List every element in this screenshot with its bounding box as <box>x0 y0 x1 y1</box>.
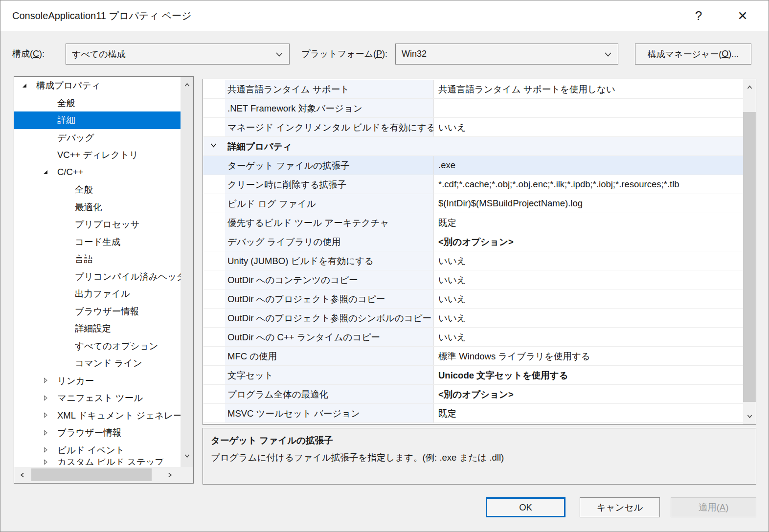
tree-item[interactable]: 詳細 <box>14 111 181 129</box>
tree-item[interactable]: 出力ファイル <box>14 285 181 303</box>
tree-item[interactable]: 詳細設定 <box>14 320 181 337</box>
property-row[interactable]: クリーン時に削除する拡張子*.cdf;*.cache;*.obj;*.obj.e… <box>203 175 743 194</box>
tree-expand-icon[interactable] <box>42 429 49 436</box>
chevron-down-icon[interactable] <box>598 51 618 57</box>
tree-item[interactable]: コード生成 <box>14 233 181 251</box>
tree-item[interactable]: デバッグ <box>14 129 181 147</box>
property-value[interactable]: .exe <box>434 156 743 175</box>
property-value[interactable]: いいえ <box>434 289 743 308</box>
chevron-down-icon[interactable] <box>210 142 217 151</box>
tree-item[interactable]: XML ドキュメント ジェネレーター <box>14 407 181 424</box>
property-row[interactable]: 優先するビルド ツール アーキテクチャ既定 <box>203 213 743 232</box>
property-row[interactable]: 共通言語ランタイム サポート共通言語ランタイム サポートを使用しない <box>203 80 743 99</box>
platform-combobox[interactable]: Win32 <box>395 44 618 65</box>
property-row[interactable]: OutDir へのプロジェクト参照のコピーいいえ <box>203 289 743 309</box>
tree-expand-icon[interactable] <box>42 446 49 453</box>
tree-item-label: ブラウザー情報 <box>57 426 121 439</box>
platform-label: プラットフォーム(P): <box>301 48 387 60</box>
grid-vertical-scrollbar[interactable] <box>743 79 756 424</box>
tree-item[interactable]: 全般 <box>14 181 181 199</box>
row-gutter <box>203 404 225 422</box>
property-row[interactable]: MFC の使用標準 Windows ライブラリを使用する <box>203 347 743 366</box>
property-row[interactable]: プログラム全体の最適化<別のオプション> <box>203 385 743 404</box>
row-gutter <box>203 289 225 308</box>
property-group-header[interactable]: 詳細プロパティ <box>203 137 743 156</box>
tree-expand-icon[interactable] <box>42 412 49 419</box>
tree-item[interactable]: 最適化 <box>14 199 181 216</box>
property-value[interactable]: 既定 <box>434 213 743 232</box>
help-icon[interactable]: ? <box>687 6 710 25</box>
tree-item[interactable]: すべてのオプション <box>14 337 181 355</box>
tree-item-label: すべてのオプション <box>75 340 158 352</box>
property-value[interactable]: Unicode 文字セットを使用する <box>434 366 743 384</box>
property-row[interactable]: .NET Framework 対象バージョン <box>203 99 743 118</box>
tree-item[interactable]: マニフェスト ツール <box>14 389 181 407</box>
scroll-up-icon[interactable] <box>181 79 193 91</box>
scroll-left-icon[interactable] <box>16 468 29 481</box>
configuration-combobox[interactable]: すべての構成 <box>66 44 290 65</box>
property-row[interactable]: ターゲット ファイルの拡張子.exe <box>203 156 743 175</box>
properties-tree[interactable]: 構成プロパティ全般詳細デバッグVC++ ディレクトリC/C++全般最適化プリプロ… <box>14 77 181 467</box>
tree-collapse-icon[interactable] <box>42 169 49 176</box>
scrollbar-thumb[interactable] <box>31 468 152 481</box>
tree-item[interactable]: 全般 <box>14 94 181 112</box>
property-value[interactable]: いいえ <box>434 251 743 270</box>
tree-horizontal-scrollbar[interactable] <box>14 467 181 483</box>
property-value[interactable]: *.cdf;*.cache;*.obj;*.obj.enc;*.ilk;*.ip… <box>434 175 743 194</box>
tree-expand-icon[interactable] <box>42 459 49 465</box>
row-gutter <box>203 347 225 365</box>
property-value[interactable]: <別のオプション> <box>434 385 743 403</box>
tree-item[interactable]: ブラウザー情報 <box>14 424 181 442</box>
tree-item[interactable]: ビルド イベント <box>14 442 181 459</box>
property-value[interactable]: いいえ <box>434 328 743 346</box>
configuration-manager-button[interactable]: 構成マネージャー(O)... <box>635 44 751 65</box>
scroll-up-icon[interactable] <box>743 81 756 94</box>
property-row[interactable]: デバッグ ライブラリの使用<別のオプション> <box>203 232 743 251</box>
property-row[interactable]: Unity (JUMBO) ビルドを有効にするいいえ <box>203 251 743 270</box>
tree-item-label: 出力ファイル <box>75 288 130 300</box>
property-value[interactable]: <別のオプション> <box>434 232 743 251</box>
chevron-down-icon[interactable] <box>270 51 289 57</box>
tree-expand-icon[interactable] <box>42 377 49 384</box>
cancel-button[interactable]: キャンセル <box>580 497 660 517</box>
tree-item[interactable]: ブラウザー情報 <box>14 303 181 320</box>
property-row[interactable]: 文字セットUnicode 文字セットを使用する <box>203 366 743 385</box>
property-value[interactable]: $(IntDir)$(MSBuildProjectName).log <box>434 194 743 213</box>
property-value[interactable] <box>434 99 743 117</box>
property-value[interactable]: いいえ <box>434 118 743 136</box>
property-value[interactable]: いいえ <box>434 270 743 289</box>
property-value[interactable]: 既定 <box>434 404 743 422</box>
property-row[interactable]: OutDir へのプロジェクト参照のシンボルのコピーいいえ <box>203 309 743 328</box>
tree-item[interactable]: プリプロセッサ <box>14 216 181 233</box>
scroll-right-icon[interactable] <box>163 468 176 481</box>
scroll-down-icon[interactable] <box>181 449 193 462</box>
scrollbar-thumb[interactable] <box>743 112 756 402</box>
tree-item[interactable]: VC++ ディレクトリ <box>14 146 181 164</box>
tree-item[interactable]: リンカー <box>14 372 181 390</box>
property-row[interactable]: ビルド ログ ファイル$(IntDir)$(MSBuildProjectName… <box>203 194 743 213</box>
tree-item[interactable]: 言語 <box>14 250 181 268</box>
row-gutter <box>203 118 225 136</box>
tree-item-label: 全般 <box>75 183 93 196</box>
property-name: Unity (JUMBO) ビルドを有効にする <box>225 251 434 270</box>
tree-item[interactable]: カスタム ビルド ステップ <box>14 459 181 465</box>
ok-button[interactable]: OK <box>486 497 565 517</box>
property-value[interactable]: 共通言語ランタイム サポートを使用しない <box>434 80 743 98</box>
tree-item[interactable]: C/C++ <box>14 164 181 181</box>
apply-button: 適用(A) <box>671 497 756 517</box>
property-row[interactable]: OutDir への C++ ランタイムのコピーいいえ <box>203 328 743 347</box>
close-icon[interactable]: ✕ <box>731 6 754 25</box>
scroll-down-icon[interactable] <box>743 410 756 422</box>
tree-collapse-icon[interactable] <box>21 82 28 89</box>
tree-expand-icon[interactable] <box>42 395 49 401</box>
row-gutter <box>203 80 225 98</box>
property-value[interactable]: 標準 Windows ライブラリを使用する <box>434 347 743 365</box>
tree-item[interactable]: プリコンパイル済みヘッダー <box>14 268 181 286</box>
property-row[interactable]: MSVC ツールセット バージョン既定 <box>203 404 743 423</box>
tree-item[interactable]: 構成プロパティ <box>14 77 181 94</box>
property-row[interactable]: マネージド インクリメンタル ビルドを有効にするいいえ <box>203 118 743 137</box>
property-row[interactable]: OutDir へのコンテンツのコピーいいえ <box>203 270 743 289</box>
tree-vertical-scrollbar[interactable] <box>181 77 193 467</box>
property-value[interactable]: いいえ <box>434 309 743 327</box>
tree-item[interactable]: コマンド ライン <box>14 355 181 372</box>
